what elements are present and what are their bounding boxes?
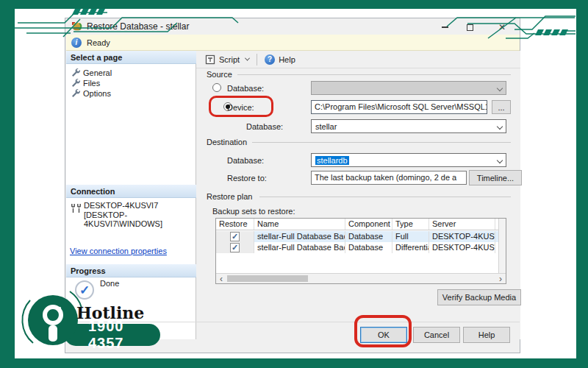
- cell-component: Database: [345, 242, 392, 253]
- hotline-label: Hotline: [76, 303, 144, 322]
- verify-backup-media-button[interactable]: Verify Backup Media: [437, 289, 521, 305]
- status-text: Ready: [87, 38, 110, 47]
- restore-checkbox[interactable]: ✓: [230, 232, 240, 241]
- scroll-right-icon[interactable]: ›: [495, 274, 506, 283]
- connection-account: [DESKTOP-4KUSVI7\WINDOWS]: [84, 210, 196, 228]
- chevron-down-icon: [497, 123, 503, 129]
- destination-legend: Destination: [207, 138, 247, 146]
- col-restore[interactable]: Restore: [216, 219, 254, 230]
- restore-to-field[interactable]: The last backup taken (domingo, 2 de a: [311, 171, 467, 185]
- restore-plan-group-line: [259, 197, 511, 197]
- view-connection-properties-link[interactable]: View connection properties: [70, 247, 167, 255]
- maximize-button[interactable]: [464, 21, 476, 33]
- sidebar-item-label: Options: [83, 89, 111, 98]
- minimize-icon: [442, 26, 448, 28]
- table-header-row: Restore Name Component Type Server D: [216, 219, 498, 230]
- toolbar-separator: [257, 54, 257, 66]
- select-a-page-header: Select a page: [66, 51, 196, 64]
- backup-sets-caption: Backup sets to restore:: [212, 207, 295, 216]
- device-path-field[interactable]: C:\Program Files\Microsoft SQL Server\MS…: [311, 100, 487, 114]
- sidebar-item-general[interactable]: General: [71, 68, 112, 77]
- source-legend: Source: [207, 70, 232, 79]
- table-row[interactable]: ✓ stellar-Full Database Backup Database …: [216, 231, 498, 242]
- close-button[interactable]: ✕: [496, 21, 508, 33]
- dialog-title: Restore Database - stellar: [87, 21, 189, 32]
- device-annotation-highlight: [209, 96, 273, 117]
- cell-component: Database: [345, 231, 392, 242]
- script-dropdown-icon[interactable]: [245, 56, 250, 61]
- source-group-line: [237, 74, 511, 75]
- col-component[interactable]: Component: [345, 219, 392, 230]
- col-type[interactable]: Type: [392, 219, 429, 230]
- col-server[interactable]: Server: [429, 219, 495, 230]
- ok-annotation-highlight: [354, 315, 412, 347]
- table-horizontal-scrollbar[interactable]: ‹ ›: [216, 273, 506, 283]
- script-button[interactable]: Script: [219, 55, 240, 64]
- dialog-titlebar[interactable]: Restore Database - stellar: [65, 18, 520, 35]
- destination-group-line: [252, 142, 511, 143]
- connection-server: DESKTOP-4KUSVI7: [84, 201, 158, 210]
- scroll-left-icon[interactable]: ‹: [216, 274, 226, 283]
- destination-database-combo[interactable]: stellardb: [311, 153, 506, 167]
- source-database-label: Database:: [246, 122, 283, 131]
- help-icon: ?: [265, 54, 275, 65]
- table-row[interactable]: ✓ stellar-Full Database Backup Database …: [216, 242, 498, 253]
- maximize-icon: [467, 24, 473, 31]
- destination-database-value: stellardb: [315, 156, 349, 165]
- destination-database-label: Database:: [227, 156, 264, 165]
- right-panel: Script ? Help Source Database: Device: C…: [196, 51, 520, 339]
- chevron-down-icon: [497, 85, 503, 91]
- cell-server: DESKTOP-4KUSVI7: [429, 231, 495, 242]
- script-icon: [205, 54, 215, 65]
- backup-sets-table: Restore Name Component Type Server D ✓ s…: [215, 218, 506, 284]
- cell-type: Full: [392, 231, 429, 242]
- progress-status: Done: [100, 279, 119, 288]
- restore-checkbox[interactable]: ✓: [230, 243, 240, 252]
- cell-name: stellar-Full Database Backup: [254, 242, 345, 253]
- source-database-select[interactable]: stellar: [311, 119, 506, 133]
- help-button[interactable]: Help: [463, 327, 510, 343]
- connection-icon: [71, 202, 83, 213]
- col-name[interactable]: Name: [254, 219, 345, 230]
- cell-type: Differential: [392, 242, 429, 253]
- hotline-badge-icon: [18, 287, 99, 361]
- cancel-button[interactable]: Cancel: [413, 327, 460, 343]
- wrench-icon: [71, 88, 80, 98]
- cell-name: stellar-Full Database Backup: [254, 231, 345, 242]
- wrench-icon: [71, 78, 80, 88]
- sidebar-item-files[interactable]: Files: [71, 78, 100, 88]
- wrench-icon: [71, 68, 80, 77]
- table-vertical-scrollbar[interactable]: [498, 219, 506, 274]
- minimize-button[interactable]: [439, 21, 451, 33]
- help-toolbar-button[interactable]: Help: [279, 55, 295, 64]
- source-database-combo: [311, 81, 506, 95]
- connection-header: Connection: [66, 185, 196, 198]
- timeline-button[interactable]: Timeline...: [469, 170, 522, 185]
- progress-header: Progress: [66, 264, 196, 277]
- source-database-value: stellar: [315, 122, 337, 131]
- sidebar-item-options[interactable]: Options: [71, 88, 111, 98]
- cell-server: DESKTOP-4KUSVI7: [429, 242, 495, 253]
- restore-to-label: Restore to:: [227, 174, 267, 183]
- source-database-radio-label: Database:: [227, 84, 264, 93]
- source-database-radio[interactable]: [212, 83, 221, 92]
- status-bar: i Ready: [66, 35, 520, 51]
- app-frame: Restore Database - stellar ✕ i Ready Sel…: [0, 0, 588, 368]
- restore-plan-legend: Restore plan: [207, 192, 252, 201]
- chevron-down-icon: [497, 157, 503, 163]
- info-icon: i: [71, 38, 82, 48]
- sidebar-item-label: General: [83, 68, 112, 77]
- sidebar-item-label: Files: [83, 79, 100, 88]
- dialog-toolbar: Script ? Help: [196, 51, 520, 68]
- close-icon: ✕: [498, 22, 506, 32]
- scrollbar-thumb[interactable]: [227, 275, 308, 282]
- restore-database-icon: [71, 21, 82, 32]
- browse-button[interactable]: ...: [492, 100, 511, 114]
